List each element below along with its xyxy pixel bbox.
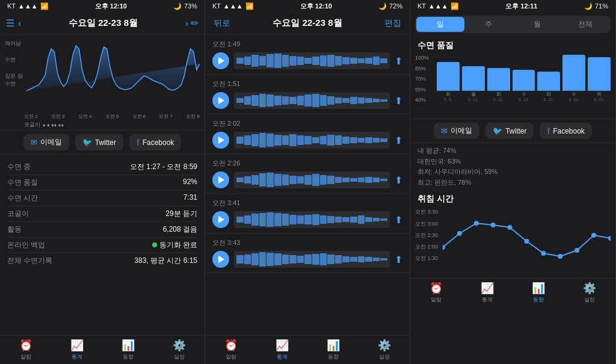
waveform-bar (327, 55, 334, 66)
play-button-4[interactable] (212, 211, 229, 228)
battery-label-2: 72% (389, 2, 402, 10)
settings-label-2: 설정 (379, 353, 390, 361)
play-button-2[interactable] (212, 132, 229, 149)
share-button-2[interactable]: ⬆ (395, 135, 402, 146)
nav-trends-3[interactable]: 📊 동향 (513, 279, 564, 307)
share-button-3[interactable]: ⬆ (395, 174, 402, 186)
waveform-bar (236, 177, 244, 182)
facebook-label-3: Facebook (553, 127, 585, 135)
bar-col-0: 화5. 8. (437, 55, 460, 103)
nav-settings-3[interactable]: ⚙️ 설정 (564, 279, 615, 307)
play-button-0[interactable] (212, 52, 229, 69)
stat-label-3: 코골이 (7, 209, 29, 219)
waveform-bar (282, 96, 289, 105)
waveform-bar (266, 94, 274, 106)
nav-stats-3[interactable]: 📈 통계 (461, 279, 513, 307)
play-triangle-1 (218, 97, 224, 104)
stat-value-0: 오전 1:27 - 오전 8:59 (130, 162, 197, 172)
bar-col-6: 목8. 23. (588, 55, 611, 103)
play-button-5[interactable] (212, 251, 229, 268)
y-label-1: 오전 3:00 (415, 220, 438, 228)
waveform-bar (327, 176, 334, 184)
tab-day[interactable]: 일 (416, 17, 464, 32)
next-icon[interactable]: › (185, 18, 188, 29)
stats-label-2: 통계 (277, 353, 288, 361)
menu-icon[interactable]: ☰ (6, 17, 14, 29)
play-button-1[interactable] (212, 92, 229, 109)
bar-col-4: 화8. 21. (537, 55, 560, 103)
nav-alarm-1[interactable]: ⏰ 알람 (0, 336, 51, 364)
recording-1: 오전 1:51 ⬆ (205, 75, 410, 114)
waveform-bar (297, 176, 304, 184)
waveform-1 (234, 92, 390, 109)
nav-settings-2[interactable]: ⚙️ 설정 (359, 336, 410, 364)
email-icon-1: ✉ (31, 138, 37, 147)
svg-point-5 (525, 239, 529, 244)
waveform-bar (282, 214, 289, 225)
nav-alarm-3[interactable]: ⏰ 알람 (410, 279, 461, 307)
waveform-bar (358, 177, 365, 182)
svg-point-6 (541, 251, 546, 256)
share-button-0[interactable]: ⬆ (395, 55, 402, 67)
alarm-icon-3: ⏰ (430, 282, 443, 295)
tab-week[interactable]: 주 (464, 17, 513, 32)
nav-settings-1[interactable]: ⚙️ 설정 (153, 336, 205, 364)
waveform-bar (244, 96, 251, 104)
nav-stats-2[interactable]: 📈 통계 (256, 336, 307, 364)
share-button-1[interactable]: ⬆ (395, 95, 402, 106)
waveform-bar (342, 98, 350, 103)
share-button-4[interactable]: ⬆ (395, 214, 402, 226)
status-right-3: 🌙 71% (584, 2, 608, 10)
waveform-bars-2 (234, 132, 390, 149)
edit-button-2[interactable]: 편집 (382, 17, 404, 30)
waveform-bar (312, 137, 319, 144)
waveform-bar (342, 256, 350, 263)
edit-icon-1[interactable]: ✏ (191, 17, 199, 29)
facebook-button-3[interactable]: f Facebook (540, 123, 591, 139)
waveform-bar (282, 174, 289, 185)
email-button-1[interactable]: ✉ 이메일 (23, 134, 69, 150)
tab-all[interactable]: 전체 (561, 17, 609, 32)
waveform-bar (259, 56, 266, 66)
listen-link[interactable]: 듣기 (183, 209, 197, 218)
waveform-bar (350, 257, 357, 262)
twitter-button-3[interactable]: 🐦 Twitter (485, 123, 534, 139)
waveform-0 (234, 52, 390, 69)
svg-point-3 (491, 223, 496, 227)
waveform-bar (365, 177, 372, 183)
nav-stats-1[interactable]: 📈 통계 (51, 336, 102, 364)
waveform-bar (289, 215, 297, 224)
waveform-4 (234, 211, 390, 228)
waveform-bar (350, 137, 357, 143)
stat-value-4: 6,208 걸음 (163, 224, 197, 235)
play-button-3[interactable] (212, 171, 229, 188)
nav-trends-1[interactable]: 📊 동향 (102, 336, 153, 364)
stat-label-1: 수면 품질 (7, 177, 38, 188)
waveform-bar (274, 96, 282, 106)
email-button-3[interactable]: ✉ 이메일 (434, 123, 479, 139)
time-3: 오후 12:11 (505, 2, 537, 11)
waveform-bar (274, 213, 282, 226)
stat-value-6: 383, 평균 시간 6:15 (134, 256, 197, 266)
facebook-button-1[interactable]: f Facebook (129, 134, 181, 150)
waveform-bar (304, 136, 312, 144)
waveform-bar (266, 54, 274, 67)
back-button[interactable]: 뒤로 (211, 17, 233, 30)
tab-month[interactable]: 월 (513, 17, 561, 32)
waveform-bar (297, 57, 304, 64)
email-label-1: 이메일 (40, 137, 62, 147)
trends-icon-1: 📊 (122, 339, 135, 352)
waveform-bar (380, 218, 387, 221)
y-label-0: 오전 3:30 (415, 208, 438, 216)
nav-trends-2[interactable]: 📊 동향 (307, 336, 359, 364)
trends-label-2: 동향 (328, 353, 339, 361)
signal-icon-2: ▲▲▲ (223, 2, 243, 10)
twitter-button-1[interactable]: 🐦 Twitter (75, 134, 123, 150)
battery-label-3: 71% (595, 2, 608, 10)
waveform-bar (259, 252, 266, 267)
nav-alarm-2[interactable]: ⏰ 알람 (205, 336, 256, 364)
play-triangle-4 (218, 216, 224, 223)
waveform-bar (244, 176, 251, 184)
share-button-5[interactable]: ⬆ (395, 254, 402, 265)
facebook-label-1: Facebook (143, 138, 174, 147)
